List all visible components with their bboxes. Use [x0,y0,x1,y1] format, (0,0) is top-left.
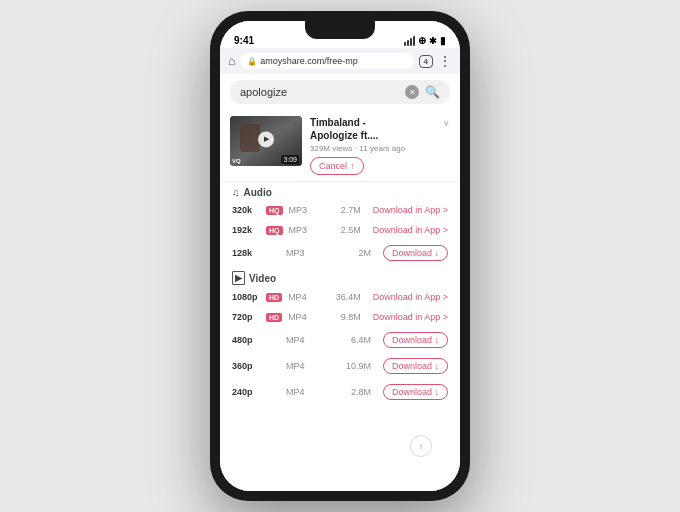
size-360p: 10.9M [314,361,371,371]
tab-count[interactable]: 4 [419,55,433,68]
audio-section-header: ♫ Audio [220,182,460,200]
video-section-header: ▶ Video [220,266,460,287]
menu-icon[interactable]: ⋮ [438,53,452,69]
quality-360p: 360p [232,361,260,371]
download-btn-240p[interactable]: Download ↓ [383,384,448,400]
video-meta: 329M views · 11 years ago [310,144,435,153]
quality-240p: 240p [232,387,260,397]
cancel-button[interactable]: Cancel ↑ [310,157,364,175]
search-clear-button[interactable]: ✕ [405,85,419,99]
lock-icon: 🔒 [247,57,257,66]
scroll-top-button[interactable]: ↑ [410,435,432,457]
video-icon: ▶ [232,271,245,285]
download-app-btn-1080p[interactable]: Download in App > [373,292,448,302]
video-row-1080p: 1080p HD MP4 36.4M Download in App > [220,287,460,307]
size-480p: 6.4M [314,335,371,345]
video-row-720p: 720p HD MP4 9.8M Download in App > [220,307,460,327]
quality-480p: 480p [232,335,260,345]
video-title: Timbaland - Apologize ft.... [310,116,435,142]
format-mp4-480p: MP4 [286,335,308,345]
hd-badge-720p: HD [266,313,282,322]
phone-frame: 9:41 ⊕ ✱ ▮ ⌂ 🔒 amoyshare.com/free-mp 4 [210,11,470,501]
search-bar: apologize ✕ 🔍 [230,80,450,104]
download-label-128k: Download ↓ [392,248,439,258]
browser-bar: ⌂ 🔒 amoyshare.com/free-mp 4 ⋮ [220,48,460,74]
url-bar[interactable]: 🔒 amoyshare.com/free-mp [240,53,413,69]
size-320k: 2.7M [317,205,361,215]
format-mp3-192k: MP3 [289,225,311,235]
search-query: apologize [240,86,399,98]
quality-720p: 720p [232,312,260,322]
download-label-480p: Download ↓ [392,335,439,345]
download-label-360p: Download ↓ [392,361,439,371]
download-btn-360p[interactable]: Download ↓ [383,358,448,374]
hd-badge-1080p: HD [266,293,282,302]
video-info: Timbaland - Apologize ft.... 329M views … [310,116,435,175]
video-duration: 3:09 [281,155,299,164]
audio-section-label: Audio [244,187,272,198]
search-area: apologize ✕ 🔍 [220,74,460,110]
quality-1080p: 1080p [232,292,260,302]
status-time: 9:41 [234,35,254,46]
format-mp3-128k: MP3 [286,248,308,258]
vq-badge: VQ [232,158,241,164]
video-result: ▶ 3:09 VQ Timbaland - Apologize ft.... 3… [220,110,460,182]
quality-320k: 320k [232,205,260,215]
download-btn-128k[interactable]: Download ↓ [383,245,448,261]
cancel-label: Cancel [319,161,347,171]
size-240p: 2.8M [314,387,371,397]
hq-badge-192k: HQ [266,226,283,235]
search-button[interactable]: 🔍 [425,85,440,99]
audio-row-320k: 320k HQ MP3 2.7M Download in App > [220,200,460,220]
wifi-icon: ⊕ [418,35,426,46]
format-mp3-320k: MP3 [289,205,311,215]
clear-icon: ✕ [409,88,416,97]
video-row-360p: 360p MP4 10.9M Download ↓ [220,353,460,379]
audio-row-128k: 128k MP3 2M Download ↓ [220,240,460,266]
status-icons: ⊕ ✱ ▮ [404,35,446,46]
download-app-btn-320k[interactable]: Download in App > [373,205,448,215]
signal-icon [404,36,415,46]
format-mp4-360p: MP4 [286,361,308,371]
phone-screen: 9:41 ⊕ ✱ ▮ ⌂ 🔒 amoyshare.com/free-mp 4 [220,21,460,491]
video-section-label: Video [249,273,276,284]
download-app-btn-192k[interactable]: Download in App > [373,225,448,235]
download-btn-480p[interactable]: Download ↓ [383,332,448,348]
size-128k: 2M [314,248,371,258]
video-row-480p: 480p MP4 6.4M Download ↓ [220,327,460,353]
size-192k: 2.5M [317,225,361,235]
size-720p: 9.8M [316,312,361,322]
video-row-240p: 240p MP4 2.8M Download ↓ [220,379,460,405]
home-icon[interactable]: ⌂ [228,54,235,68]
quality-128k: 128k [232,248,260,258]
download-label-240p: Download ↓ [392,387,439,397]
format-mp4-240p: MP4 [286,387,308,397]
hq-badge-320k: HQ [266,206,283,215]
format-mp4-1080p: MP4 [288,292,310,302]
scroll-top-icon: ↑ [419,441,424,452]
size-1080p: 36.4M [316,292,361,302]
format-mp4-720p: MP4 [288,312,310,322]
url-text: amoyshare.com/free-mp [260,56,358,66]
expand-icon[interactable]: ∨ [443,118,450,128]
audio-row-192k: 192k HQ MP3 2.5M Download in App > [220,220,460,240]
play-button[interactable]: ▶ [258,131,274,147]
notch [305,21,375,39]
audio-icon: ♫ [232,187,240,198]
cancel-arrow-icon: ↑ [350,161,355,171]
video-thumbnail[interactable]: ▶ 3:09 VQ [230,116,302,166]
battery-icon: ▮ [440,35,446,46]
download-app-btn-720p[interactable]: Download in App > [373,312,448,322]
quality-192k: 192k [232,225,260,235]
bluetooth-icon: ✱ [429,36,437,46]
